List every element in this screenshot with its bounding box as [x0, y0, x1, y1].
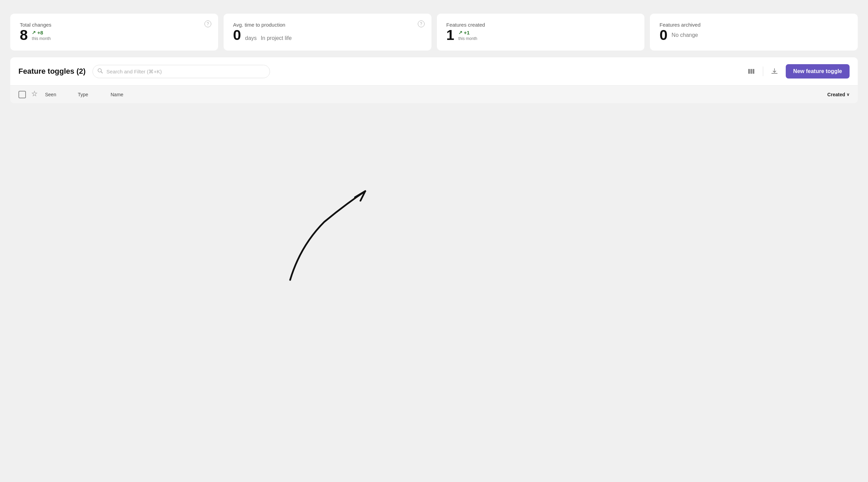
- features-archived-sublabel: No change: [672, 32, 698, 38]
- total-changes-help-icon[interactable]: ?: [204, 20, 211, 27]
- download-icon: [771, 68, 778, 75]
- avg-time-help-icon[interactable]: ?: [418, 20, 425, 27]
- total-changes-value-row: 8 ↗ +8 this month: [20, 28, 209, 42]
- avg-time-value-row: 0 days In project life: [233, 28, 422, 42]
- features-archived-number: 0: [659, 28, 667, 42]
- features-created-card: Features created 1 ↗ +1 this month: [437, 14, 645, 51]
- feature-toggles-header: Feature toggles (2): [10, 57, 858, 85]
- type-column-header: Type: [78, 92, 105, 97]
- vertical-divider: [763, 67, 763, 76]
- svg-rect-2: [748, 69, 750, 74]
- total-changes-card: Total changes ? 8 ↗ +8 this month: [10, 14, 218, 51]
- feature-toggles-title: Feature toggles (2): [18, 67, 86, 76]
- features-created-change: ↗ +1 this month: [458, 30, 477, 41]
- features-created-positive: ↗ +1: [458, 30, 477, 36]
- name-column-header: Name: [111, 92, 822, 97]
- table-header: Seen Type Name Created ∨: [10, 85, 858, 103]
- features-archived-value-row: 0 No change: [659, 28, 848, 42]
- avg-time-unit: days: [245, 35, 257, 41]
- avg-time-card: Avg. time to production ? 0 days In proj…: [224, 14, 431, 51]
- columns-toggle-button[interactable]: [744, 65, 759, 78]
- total-changes-positive: ↗ +8: [32, 30, 51, 36]
- svg-rect-4: [753, 69, 754, 74]
- features-archived-card: Features archived 0 No change: [650, 14, 858, 51]
- features-created-number: 1: [446, 28, 454, 42]
- feature-toggles-section: Feature toggles (2): [10, 57, 858, 103]
- star-icon: [31, 90, 38, 97]
- search-bar: [93, 65, 270, 78]
- created-column-header[interactable]: Created ∨: [827, 92, 850, 97]
- svg-rect-3: [750, 69, 752, 74]
- star-column-header: [31, 90, 40, 98]
- total-changes-number: 8: [20, 28, 28, 42]
- avg-time-number: 0: [233, 28, 241, 42]
- download-button[interactable]: [767, 65, 782, 78]
- arrow-head: [355, 191, 365, 201]
- chevron-down-icon: ∨: [846, 92, 850, 97]
- total-changes-change: ↗ +8 this month: [32, 30, 51, 41]
- features-created-label: this month: [458, 36, 477, 41]
- total-changes-label: this month: [32, 36, 51, 41]
- select-all-checkbox[interactable]: [18, 91, 26, 98]
- features-created-value-row: 1 ↗ +1 this month: [446, 28, 635, 42]
- new-feature-toggle-button[interactable]: New feature toggle: [786, 64, 850, 79]
- search-input[interactable]: [93, 65, 270, 78]
- arrow-up-icon: ↗: [32, 30, 36, 35]
- arrow-shaft: [290, 191, 365, 280]
- header-actions: New feature toggle: [744, 64, 850, 79]
- arrow-up-icon-2: ↗: [458, 30, 463, 35]
- avg-time-sublabel: In project life: [261, 35, 292, 41]
- seen-column-header: Seen: [45, 92, 72, 97]
- stats-row: Total changes ? 8 ↗ +8 this month Avg. t…: [10, 14, 858, 51]
- columns-icon: [747, 67, 755, 75]
